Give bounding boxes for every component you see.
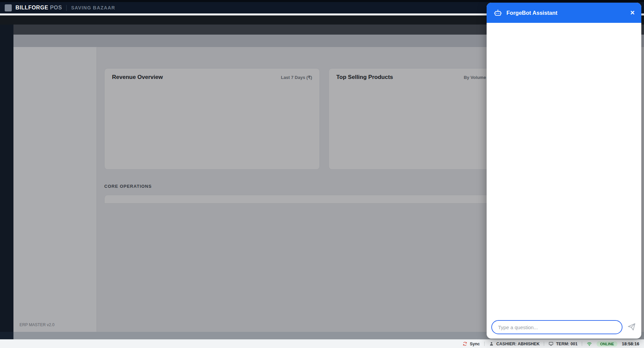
app-logo xyxy=(5,4,12,11)
partially-visible-card xyxy=(104,195,543,204)
cashier-label: CASHIER: ABHISHEK xyxy=(496,342,540,346)
top-selling-products-card: Top Selling Products By Volume (Uni xyxy=(329,68,503,170)
chat-question-input[interactable] xyxy=(491,320,622,334)
chat-header: ForgeBot Assistant × xyxy=(487,3,641,23)
cashier-info: CASHIER: ABHISHEK xyxy=(489,341,540,346)
robot-icon xyxy=(493,8,502,17)
wifi-icon xyxy=(586,341,592,347)
status-bar: Sync CASHIER: ABHISHEK TERM: 001 ONLINE … xyxy=(0,339,644,348)
terminal-label: TERM: 001 xyxy=(556,342,577,346)
reports-sidebar: ERP MASTER v2.0 xyxy=(13,47,97,332)
forgebot-assistant-panel: ForgeBot Assistant × xyxy=(487,3,641,339)
divider xyxy=(484,342,485,346)
store-name: SAVING BAZAAR xyxy=(71,5,115,10)
monitor-icon xyxy=(548,341,554,346)
close-icon[interactable]: × xyxy=(630,9,635,16)
divider xyxy=(582,342,582,346)
clock: 18:58:16 xyxy=(622,341,639,346)
send-icon[interactable] xyxy=(627,322,637,332)
products-chart-title: Top Selling Products xyxy=(336,74,393,81)
chat-input-bar xyxy=(491,320,637,335)
sync-icon xyxy=(462,341,467,346)
divider xyxy=(544,342,544,346)
chat-title: ForgeBot Assistant xyxy=(506,10,626,16)
revenue-chart-range-label: Last 7 Days (₹) xyxy=(281,75,312,80)
revenue-overview-card: Revenue Overview Last 7 Days (₹) xyxy=(104,68,320,170)
left-icon-strip xyxy=(0,25,13,339)
revenue-chart-title: Revenue Overview xyxy=(112,74,163,81)
erp-version-label: ERP MASTER v2.0 xyxy=(20,322,54,327)
sync-status[interactable]: Sync xyxy=(462,341,480,346)
sync-label: Sync xyxy=(470,342,480,346)
online-status-badge: ONLINE xyxy=(597,341,617,347)
brand-suffix: POS xyxy=(50,5,62,11)
person-icon xyxy=(489,341,494,346)
chat-message-list[interactable] xyxy=(487,23,641,316)
brand-name: BILLFORGE xyxy=(15,5,48,11)
terminal-info: TERM: 001 xyxy=(548,341,577,346)
divider xyxy=(66,5,67,11)
